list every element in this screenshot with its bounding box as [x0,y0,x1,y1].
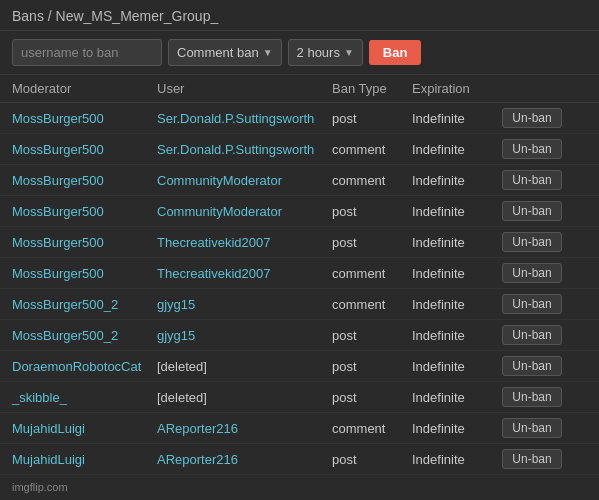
expiration-cell: Indefinite [412,142,502,157]
unban-button[interactable]: Un-ban [502,418,562,438]
user-link[interactable]: Thecreativekid2007 [157,266,332,281]
table-row: MossBurger500_2gjyg15postIndefiniteUn-ba… [0,320,599,351]
table-row: MujahidLuigiAReporter216commentIndefinit… [0,413,599,444]
expiration-cell: Indefinite [412,390,502,405]
unban-button[interactable]: Un-ban [502,387,562,407]
col-moderator: Moderator [12,81,157,96]
unban-button[interactable]: Un-ban [502,449,562,469]
user-deleted: [deleted] [157,390,332,405]
user-link[interactable]: CommunityModerator [157,204,332,219]
chevron-down-icon: ▼ [344,47,354,58]
col-action [502,81,562,96]
expiration-cell: Indefinite [412,297,502,312]
expiration-cell: Indefinite [412,204,502,219]
moderator-link[interactable]: MossBurger500_2 [12,297,157,312]
table-row: DoraemonRobotocCat[deleted]postIndefinit… [0,351,599,382]
username-input[interactable] [12,39,162,66]
user-link[interactable]: AReporter216 [157,452,332,467]
moderator-link[interactable]: MujahidLuigi [12,452,157,467]
moderator-link[interactable]: DoraemonRobotocCat [12,359,157,374]
table-row: MossBurger500_2gjyg15commentIndefiniteUn… [0,289,599,320]
moderator-link[interactable]: MossBurger500 [12,266,157,281]
ban-type-cell: post [332,204,412,219]
controls-bar: Comment ban ▼ 2 hours ▼ Ban [0,31,599,75]
ban-type-dropdown[interactable]: Comment ban ▼ [168,39,282,66]
user-link[interactable]: Thecreativekid2007 [157,235,332,250]
ban-button[interactable]: Ban [369,40,422,65]
moderator-link[interactable]: MossBurger500 [12,142,157,157]
ban-type-cell: comment [332,266,412,281]
unban-button[interactable]: Un-ban [502,325,562,345]
duration-label: 2 hours [297,45,340,60]
footer: imgflip.com [0,475,599,499]
ban-type-cell: post [332,452,412,467]
ban-type-label: Comment ban [177,45,259,60]
user-link[interactable]: gjyg15 [157,328,332,343]
user-deleted: [deleted] [157,359,332,374]
ban-type-cell: post [332,235,412,250]
bans-table: MossBurger500Ser.Donald.P.Suttingsworthp… [0,103,599,475]
moderator-link[interactable]: MujahidLuigi [12,421,157,436]
user-link[interactable]: Ser.Donald.P.Suttingsworth [157,142,332,157]
unban-button[interactable]: Un-ban [502,139,562,159]
table-row: MossBurger500Ser.Donald.P.Suttingsworthp… [0,103,599,134]
ban-type-cell: post [332,111,412,126]
user-link[interactable]: gjyg15 [157,297,332,312]
user-link[interactable]: AReporter216 [157,421,332,436]
moderator-link[interactable]: MossBurger500_2 [12,328,157,343]
col-ban-type: Ban Type [332,81,412,96]
col-user: User [157,81,332,96]
moderator-link[interactable]: MossBurger500 [12,173,157,188]
table-row: MossBurger500Thecreativekid2007commentIn… [0,258,599,289]
moderator-link[interactable]: MossBurger500 [12,111,157,126]
expiration-cell: Indefinite [412,173,502,188]
ban-type-cell: post [332,390,412,405]
unban-button[interactable]: Un-ban [502,232,562,252]
col-expiration: Expiration [412,81,502,96]
expiration-cell: Indefinite [412,359,502,374]
expiration-cell: Indefinite [412,452,502,467]
table-header: Moderator User Ban Type Expiration [0,75,599,103]
ban-type-cell: comment [332,297,412,312]
ban-type-cell: post [332,328,412,343]
user-link[interactable]: Ser.Donald.P.Suttingsworth [157,111,332,126]
expiration-cell: Indefinite [412,421,502,436]
table-row: MujahidLuigiAReporter216postIndefiniteUn… [0,444,599,475]
unban-button[interactable]: Un-ban [502,294,562,314]
table-row: MossBurger500CommunityModeratorcommentIn… [0,165,599,196]
branding-text: imgflip.com [12,481,68,493]
unban-button[interactable]: Un-ban [502,201,562,221]
expiration-cell: Indefinite [412,235,502,250]
unban-button[interactable]: Un-ban [502,170,562,190]
table-row: MossBurger500Ser.Donald.P.Suttingsworthc… [0,134,599,165]
unban-button[interactable]: Un-ban [502,108,562,128]
table-row: _skibble_[deleted]postIndefiniteUn-ban [0,382,599,413]
chevron-down-icon: ▼ [263,47,273,58]
ban-type-cell: comment [332,173,412,188]
ban-type-cell: comment [332,142,412,157]
expiration-cell: Indefinite [412,266,502,281]
table-row: MossBurger500Thecreativekid2007postIndef… [0,227,599,258]
moderator-link[interactable]: _skibble_ [12,390,157,405]
table-row: MossBurger500CommunityModeratorpostIndef… [0,196,599,227]
ban-type-cell: post [332,359,412,374]
expiration-cell: Indefinite [412,111,502,126]
breadcrumb: Bans / New_MS_Memer_Group_ [0,0,599,31]
unban-button[interactable]: Un-ban [502,263,562,283]
moderator-link[interactable]: MossBurger500 [12,204,157,219]
user-link[interactable]: CommunityModerator [157,173,332,188]
duration-dropdown[interactable]: 2 hours ▼ [288,39,363,66]
unban-button[interactable]: Un-ban [502,356,562,376]
ban-type-cell: comment [332,421,412,436]
moderator-link[interactable]: MossBurger500 [12,235,157,250]
expiration-cell: Indefinite [412,328,502,343]
